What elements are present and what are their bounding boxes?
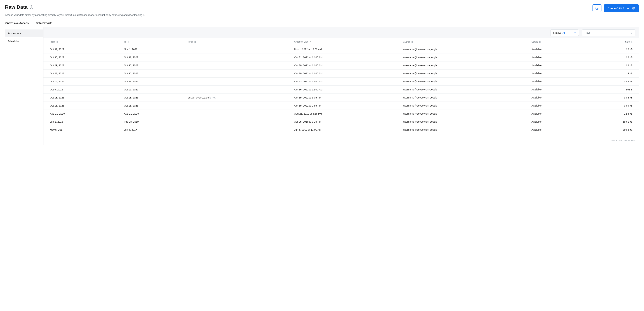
cell-status: Available — [530, 54, 578, 62]
cell-author: username@coveo.com-google — [401, 54, 529, 62]
cell-creation: Oct 19, 2021 at 2:55 PM — [292, 102, 401, 110]
cell-from: Oct 9, 2022 — [44, 86, 122, 94]
table-row[interactable]: Oct 18, 2021Oct 18, 2021customevent.valu… — [44, 94, 639, 102]
cell-from: Oct 30, 2022 — [44, 54, 122, 62]
col-creation[interactable]: Creation Date — [292, 38, 401, 46]
table-row[interactable]: May 5, 2017Jun 4, 2017Jun 5, 2017 at 11:… — [44, 126, 639, 134]
cell-filter — [186, 46, 292, 54]
create-csv-export-label: Create CSV Export — [608, 7, 630, 10]
cell-size: 34.2 kB — [577, 78, 639, 86]
table-row[interactable]: Oct 31, 2022Nov 1, 2022Nov 1, 2022 at 12… — [44, 46, 639, 54]
last-update-label: Last update: — [611, 139, 623, 142]
history-button[interactable] — [592, 4, 602, 12]
cell-size: 12.3 kB — [577, 110, 639, 118]
tabs: Snowflake AccessData Exports — [5, 22, 639, 27]
cell-to: Oct 18, 2021 — [122, 94, 186, 102]
svg-marker-2 — [630, 32, 632, 34]
cell-author: username@coveo.com-google — [401, 46, 529, 54]
cell-size: 2.2 kB — [577, 46, 639, 54]
table-row[interactable]: Oct 29, 2022Oct 30, 2022Oct 30, 2022 at … — [44, 62, 639, 70]
external-link-icon — [632, 7, 635, 10]
cell-filter — [186, 110, 292, 118]
cell-size: 808 B — [577, 86, 639, 94]
cell-status: Available — [530, 46, 578, 54]
tab-data-exports[interactable]: Data Exports — [36, 22, 52, 27]
cell-to: Oct 18, 2021 — [122, 102, 186, 110]
cell-author: username@coveo.com-google — [401, 70, 529, 78]
toolbar: Status: All Filter — [44, 27, 639, 38]
cell-from: Oct 18, 2021 — [44, 94, 122, 102]
page-subtitle: Access your data either by connecting di… — [5, 14, 639, 16]
footer: Last update: 10:43:49 AM — [44, 134, 639, 145]
cell-filter — [186, 118, 292, 126]
status-value: All — [563, 31, 572, 34]
cell-creation: Oct 30, 2022 at 12:00 AM — [292, 70, 401, 78]
filter-placeholder: Filter — [584, 31, 590, 34]
cell-from: Aug 21, 2019 — [44, 110, 122, 118]
cell-status: Available — [530, 118, 578, 126]
cell-creation: Nov 1, 2022 at 12:00 AM — [292, 46, 401, 54]
table-row[interactable]: Oct 30, 2022Oct 31, 2022Oct 31, 2022 at … — [44, 54, 639, 62]
last-update-time: 10:43:49 AM — [624, 139, 636, 142]
cell-author: username@coveo.com-google — [401, 110, 529, 118]
exports-table: From To Filter Creation Date Author Stat… — [44, 38, 639, 134]
cell-creation: Oct 19, 2021 at 3:05 PM — [292, 94, 401, 102]
create-csv-export-button[interactable]: Create CSV Export — [604, 4, 639, 12]
filter-icon — [630, 32, 633, 34]
cell-creation: Oct 31, 2022 at 12:00 AM — [292, 54, 401, 62]
cell-from: Oct 18, 2021 — [44, 102, 122, 110]
chevron-down-icon — [574, 32, 576, 34]
cell-filter: customevent.value is not — [186, 94, 292, 102]
cell-creation: Oct 16, 2022 at 12:00 AM — [292, 86, 401, 94]
help-icon[interactable]: ? — [30, 5, 33, 9]
status-label: Status: — [553, 31, 561, 34]
cell-status: Available — [530, 86, 578, 94]
cell-filter — [186, 126, 292, 134]
cell-status: Available — [530, 62, 578, 70]
status-dropdown[interactable]: Status: All — [550, 30, 579, 36]
sidebar-item-schedules[interactable]: Schedules — [5, 37, 43, 45]
svg-line-1 — [634, 7, 635, 8]
cell-from: Oct 31, 2022 — [44, 46, 122, 54]
col-status[interactable]: Status — [530, 38, 578, 46]
cell-author: username@coveo.com-google — [401, 78, 529, 86]
filter-suffix: is not — [209, 96, 216, 99]
cell-size: 2.2 kB — [577, 54, 639, 62]
cell-from: May 5, 2017 — [44, 126, 122, 134]
cell-status: Available — [530, 78, 578, 86]
cell-author: username@coveo.com-google — [401, 94, 529, 102]
col-to[interactable]: To — [122, 38, 186, 46]
cell-filter — [186, 70, 292, 78]
cell-filter — [186, 78, 292, 86]
col-from[interactable]: From — [44, 38, 122, 46]
cell-to: Nov 1, 2022 — [122, 46, 186, 54]
cell-size: 1.4 kB — [577, 70, 639, 78]
sidebar: Past exportsSchedules — [5, 27, 43, 145]
cell-creation: Apr 25, 2019 at 3:15 PM — [292, 118, 401, 126]
table-row[interactable]: Aug 21, 2019Aug 21, 2019Aug 21, 2019 at … — [44, 110, 639, 118]
cell-size: 33.4 kB — [577, 94, 639, 102]
col-author[interactable]: Author — [401, 38, 529, 46]
cell-size: 360.3 kB — [577, 126, 639, 134]
cell-author: username@coveo.com-google — [401, 126, 529, 134]
tab-snowflake-access[interactable]: Snowflake Access — [5, 22, 28, 27]
cell-filter — [186, 62, 292, 70]
cell-creation: Oct 23, 2022 at 12:00 AM — [292, 78, 401, 86]
cell-size: 38.9 kB — [577, 102, 639, 110]
cell-filter — [186, 102, 292, 110]
sidebar-item-past-exports[interactable]: Past exports — [5, 30, 43, 37]
col-size[interactable]: Size — [577, 38, 639, 46]
table-row[interactable]: Oct 23, 2022Oct 30, 2022Oct 30, 2022 at … — [44, 70, 639, 78]
cell-creation: Aug 21, 2019 at 5:36 PM — [292, 110, 401, 118]
table-row[interactable]: Oct 16, 2022Oct 23, 2022Oct 23, 2022 at … — [44, 78, 639, 86]
cell-from: Jun 1, 2018 — [44, 118, 122, 126]
filter-input[interactable]: Filter — [582, 30, 636, 36]
cell-to: Jun 4, 2017 — [122, 126, 186, 134]
col-filter[interactable]: Filter — [186, 38, 292, 46]
table-row[interactable]: Oct 9, 2022Oct 16, 2022Oct 16, 2022 at 1… — [44, 86, 639, 94]
cell-creation: Jun 5, 2017 at 11:09 AM — [292, 126, 401, 134]
cell-to: Oct 16, 2022 — [122, 86, 186, 94]
cell-size: 689.1 kB — [577, 118, 639, 126]
table-row[interactable]: Jun 1, 2018Feb 28, 2019Apr 25, 2019 at 3… — [44, 118, 639, 126]
table-row[interactable]: Oct 18, 2021Oct 18, 2021Oct 19, 2021 at … — [44, 102, 639, 110]
